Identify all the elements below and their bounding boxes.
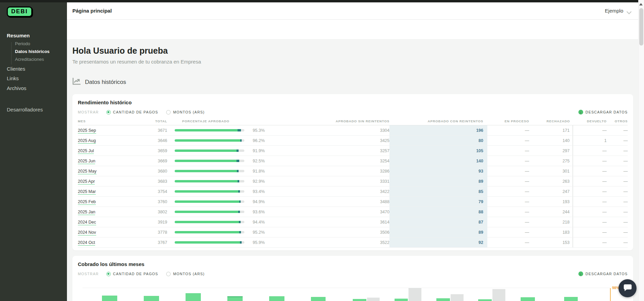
en-proceso-cell: — bbox=[487, 179, 529, 184]
pct-cell: 94.9% bbox=[244, 199, 265, 204]
table-header-row: MES TOTAL PORCENTAJE APROBADO APROBADO S… bbox=[78, 117, 628, 125]
sin-reintentos-cell: 3257 bbox=[265, 148, 389, 153]
month-link[interactable]: 2025 Mar bbox=[78, 189, 96, 195]
col-rechazado: RECHAZADO bbox=[529, 119, 573, 123]
en-proceso-cell: — bbox=[487, 210, 529, 214]
rechazado-cell: 193 bbox=[529, 197, 573, 207]
pct-cell: 92.5% bbox=[244, 159, 265, 163]
sidebar-item-periodo[interactable]: Periodo bbox=[15, 41, 30, 46]
chart-bar-green bbox=[478, 299, 492, 301]
chart-bar-green bbox=[144, 296, 159, 301]
chevron-down-icon[interactable] bbox=[627, 10, 631, 16]
page-title: Página principal bbox=[72, 8, 112, 14]
sidebar-item-acreditaciones[interactable]: Acreditaciones bbox=[15, 57, 44, 62]
chat-button[interactable] bbox=[619, 279, 637, 297]
month-link[interactable]: 2025 Jun bbox=[78, 159, 95, 164]
account-menu[interactable]: Ejemplo bbox=[605, 8, 623, 14]
month-link[interactable]: 2025 May bbox=[78, 169, 97, 174]
sidebar-item-desarrolladores[interactable]: Desarrolladores bbox=[7, 107, 43, 112]
col-porcentaje-aprobado: PORCENTAJE APROBADO bbox=[167, 119, 244, 123]
topbar: Página principal Ejemplo bbox=[67, 2, 638, 20]
radio-selected-icon[interactable] bbox=[106, 272, 111, 276]
month-cell: 2025 Aug bbox=[78, 138, 143, 143]
pct-cell: 96.2% bbox=[244, 138, 265, 143]
mostrar-label: MOSTRAR bbox=[78, 272, 99, 276]
descargar-datos-button[interactable]: ↓ DESCARGAR DATOS bbox=[578, 271, 628, 276]
radio-unselected-icon[interactable] bbox=[166, 272, 171, 276]
total-cell: 3760 bbox=[143, 199, 167, 204]
month-link[interactable]: 2025 Feb bbox=[78, 199, 96, 205]
sin-reintentos-cell: 3425 bbox=[265, 138, 389, 143]
devuelto-cell: — bbox=[573, 148, 607, 153]
scrollbar-thumb[interactable] bbox=[639, 8, 643, 46]
month-cell: 2024 Oct bbox=[78, 240, 143, 245]
rechazado-cell: 218 bbox=[529, 217, 573, 227]
rechazado-cell: 140 bbox=[529, 136, 573, 145]
approval-bar bbox=[167, 170, 244, 172]
month-link[interactable]: 2025 Jan bbox=[78, 210, 95, 215]
approval-bar bbox=[167, 200, 244, 203]
section-title: Datos históricos bbox=[85, 79, 126, 86]
devuelto-cell: — bbox=[573, 169, 607, 174]
scrollbar-up-arrow-icon[interactable] bbox=[639, 3, 643, 5]
table-row: 2024 Nov377895.2%350689—183—— bbox=[78, 227, 628, 237]
descargar-datos-button[interactable]: ↓ DESCARGAR DATOS bbox=[578, 110, 628, 114]
month-cell: 2024 Dec bbox=[78, 220, 143, 225]
month-link[interactable]: 2025 Aug bbox=[78, 138, 96, 144]
rechazado-cell: 275 bbox=[529, 156, 573, 166]
sidebar-item-clientes[interactable]: Clientes bbox=[7, 66, 25, 72]
con-reintentos-cell: 105 bbox=[389, 146, 487, 156]
download-circle-icon: ↓ bbox=[578, 271, 583, 276]
debi-logo[interactable]: DEBI bbox=[7, 6, 32, 17]
radio-cantidad-de-pagos[interactable]: CANTIDAD DE PAGOS bbox=[106, 272, 158, 276]
rechazado-cell: 183 bbox=[529, 227, 573, 237]
sidebar-item-links[interactable]: Links bbox=[7, 75, 19, 81]
pct-cell: 91.9% bbox=[244, 148, 265, 153]
pct-cell: 93.4% bbox=[244, 189, 265, 194]
radio-montos-ars[interactable]: MONTOS (ARS) bbox=[166, 272, 205, 276]
en-proceso-cell: — bbox=[487, 128, 529, 133]
sidebar-item-archivos[interactable]: Archivos bbox=[7, 85, 27, 91]
month-link[interactable]: 2024 Oct bbox=[78, 240, 95, 246]
historico-table: MES TOTAL PORCENTAJE APROBADO APROBADO S… bbox=[78, 117, 628, 248]
sin-reintentos-cell: 3614 bbox=[265, 220, 389, 225]
pct-cell: 95.3% bbox=[244, 128, 265, 133]
sidebar: DEBI Resumen Periodo Datos históricos Ac… bbox=[0, 2, 67, 301]
month-link[interactable]: 2025 Apr bbox=[78, 179, 95, 184]
otros-cell: — bbox=[607, 230, 628, 235]
devuelto-cell: — bbox=[573, 220, 607, 225]
radio-montos-ars[interactable]: MONTOS (ARS) bbox=[166, 110, 205, 114]
sidebar-item-resumen[interactable]: Resumen bbox=[7, 33, 30, 38]
devuelto-cell: — bbox=[573, 159, 607, 163]
radio-unselected-icon[interactable] bbox=[166, 110, 171, 114]
scrollbar[interactable] bbox=[638, 0, 644, 301]
devuelto-cell: — bbox=[573, 240, 607, 245]
sin-reintentos-cell: 3522 bbox=[265, 240, 389, 245]
devuelto-cell: — bbox=[573, 179, 607, 184]
approval-bar bbox=[167, 160, 244, 162]
month-link[interactable]: 2025 Jul bbox=[78, 148, 94, 154]
month-link[interactable]: 2025 Sep bbox=[78, 128, 96, 134]
otros-cell: — bbox=[607, 199, 628, 204]
chart-bar-green bbox=[186, 293, 201, 301]
col-otros: OTROS bbox=[607, 119, 628, 123]
line-chart-icon bbox=[72, 78, 81, 87]
approval-bar bbox=[167, 129, 244, 131]
devuelto-cell: — bbox=[573, 128, 607, 133]
otros-cell: — bbox=[607, 220, 628, 225]
chart-bar-green bbox=[311, 297, 326, 301]
month-link[interactable]: 2024 Dec bbox=[78, 220, 96, 225]
sin-reintentos-cell: 3304 bbox=[265, 128, 389, 133]
chart-gridline bbox=[83, 288, 610, 288]
reference-line bbox=[610, 288, 611, 301]
approval-bar bbox=[167, 149, 244, 152]
radio-selected-icon[interactable] bbox=[106, 110, 111, 114]
en-proceso-cell: — bbox=[487, 159, 529, 163]
approval-bar bbox=[167, 180, 244, 182]
month-link[interactable]: 2024 Nov bbox=[78, 230, 96, 235]
col-aprobado-con-reintentos: APROBADO CON REINTENTOS bbox=[389, 119, 487, 123]
approval-bar bbox=[167, 211, 244, 213]
otros-cell: — bbox=[607, 240, 628, 245]
radio-cantidad-de-pagos[interactable]: CANTIDAD DE PAGOS bbox=[106, 110, 158, 114]
sidebar-item-datos-historicos[interactable]: Datos históricos bbox=[15, 49, 50, 54]
